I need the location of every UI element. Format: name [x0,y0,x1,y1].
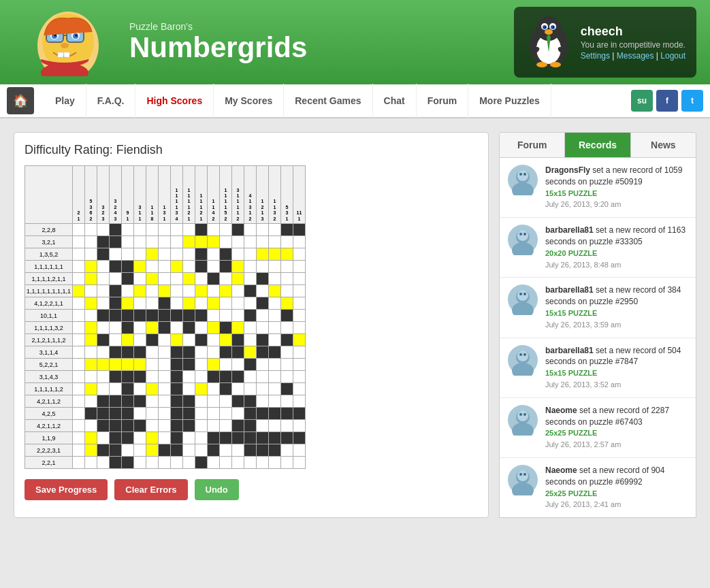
grid-cell[interactable] [220,383,232,395]
tab-records[interactable]: Records [565,133,630,157]
grid-cell[interactable] [183,432,195,444]
grid-cell[interactable] [134,371,146,383]
grid-cell[interactable] [269,383,281,395]
grid-cell[interactable] [293,273,306,285]
grid-cell[interactable] [171,261,183,273]
grid-cell[interactable] [122,371,134,383]
grid-cell[interactable] [269,457,281,469]
grid-cell[interactable] [195,285,208,297]
grid-cell[interactable] [122,346,134,359]
grid-cell[interactable] [146,248,159,261]
grid-cell[interactable] [232,310,244,322]
grid-cell[interactable] [85,457,97,469]
grid-cell[interactable] [293,444,306,457]
grid-cell[interactable] [257,273,269,285]
grid-cell[interactable] [73,224,85,236]
grid-cell[interactable] [146,297,159,310]
grid-cell[interactable] [244,334,257,346]
grid-cell[interactable] [122,322,134,334]
grid-cell[interactable] [244,285,257,297]
grid-cell[interactable] [73,395,85,408]
grid-cell[interactable] [146,457,159,469]
grid-cell[interactable] [281,359,293,371]
grid-cell[interactable] [195,224,208,236]
grid-cell[interactable] [97,408,110,420]
grid-cell[interactable] [159,395,171,408]
grid-cell[interactable] [159,457,171,469]
grid-cell[interactable] [208,408,220,420]
grid-cell[interactable] [208,420,220,432]
grid-cell[interactable] [244,395,257,408]
grid-cell[interactable] [97,224,110,236]
grid-cell[interactable] [244,371,257,383]
grid-cell[interactable] [85,236,97,248]
grid-cell[interactable] [146,285,159,297]
grid-cell[interactable] [146,371,159,383]
grid-cell[interactable] [257,310,269,322]
grid-cell[interactable] [220,297,232,310]
grid-cell[interactable] [257,408,269,420]
grid-cell[interactable] [257,359,269,371]
grid-cell[interactable] [293,224,306,236]
grid-cell[interactable] [159,236,171,248]
grid-cell[interactable] [244,224,257,236]
grid-cell[interactable] [232,444,244,457]
grid-cell[interactable] [73,383,85,395]
grid-cell[interactable] [257,395,269,408]
grid-cell[interactable] [134,248,146,261]
grid-cell[interactable] [73,408,85,420]
grid-cell[interactable] [85,261,97,273]
grid-cell[interactable] [73,334,85,346]
grid-cell[interactable] [281,408,293,420]
grid-cell[interactable] [110,334,122,346]
grid-cell[interactable] [134,359,146,371]
grid-cell[interactable] [171,346,183,359]
grid-cell[interactable] [281,432,293,444]
grid-cell[interactable] [110,444,122,457]
grid-cell[interactable] [269,285,281,297]
grid-cell[interactable] [281,273,293,285]
grid-cell[interactable] [183,334,195,346]
grid-cell[interactable] [232,408,244,420]
grid-cell[interactable] [97,322,110,334]
grid-cell[interactable] [159,248,171,261]
grid-cell[interactable] [195,408,208,420]
grid-cell[interactable] [159,224,171,236]
grid-cell[interactable] [208,273,220,285]
grid-cell[interactable] [97,310,110,322]
grid-cell[interactable] [257,457,269,469]
grid-cell[interactable] [244,322,257,334]
grid-cell[interactable] [146,322,159,334]
grid-cell[interactable] [257,444,269,457]
grid-cell[interactable] [110,408,122,420]
grid-cell[interactable] [293,322,306,334]
grid-cell[interactable] [134,236,146,248]
grid-cell[interactable] [257,261,269,273]
grid-cell[interactable] [85,408,97,420]
grid-cell[interactable] [257,285,269,297]
grid-cell[interactable] [110,248,122,261]
grid-cell[interactable] [97,346,110,359]
grid-cell[interactable] [73,322,85,334]
grid-cell[interactable] [293,359,306,371]
grid-cell[interactable] [122,310,134,322]
grid-cell[interactable] [269,395,281,408]
grid-cell[interactable] [220,322,232,334]
grid-cell[interactable] [293,248,306,261]
grid-cell[interactable] [159,310,171,322]
grid-cell[interactable] [220,261,232,273]
grid-cell[interactable] [85,248,97,261]
nav-recentgames[interactable]: Recent Games [284,84,372,118]
grid-cell[interactable] [244,273,257,285]
grid-cell[interactable] [73,359,85,371]
grid-cell[interactable] [269,420,281,432]
grid-cell[interactable] [220,395,232,408]
grid-cell[interactable] [232,395,244,408]
grid-cell[interactable] [171,273,183,285]
grid-cell[interactable] [183,224,195,236]
grid-cell[interactable] [220,457,232,469]
grid-cell[interactable] [146,359,159,371]
grid-cell[interactable] [195,297,208,310]
grid-cell[interactable] [244,236,257,248]
grid-cell[interactable] [146,273,159,285]
